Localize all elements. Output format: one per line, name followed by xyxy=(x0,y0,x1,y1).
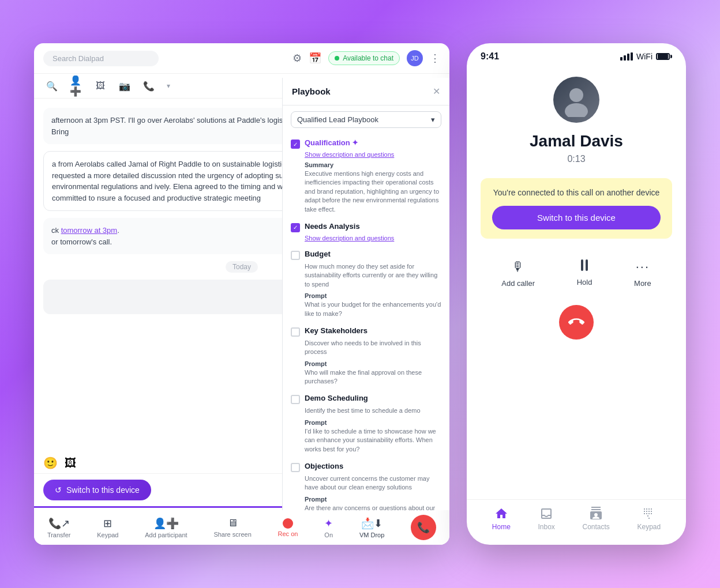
video-icon[interactable]: 📷 xyxy=(118,80,131,92)
mobile-status-bar: 9:41 WiFi xyxy=(467,43,686,65)
top-bar-right: ⚙ 📅 Available to chat JD ⋮ xyxy=(292,50,440,66)
attachment-icon[interactable]: 🖼 xyxy=(65,457,76,470)
chevron-down-icon[interactable]: ▾ xyxy=(167,82,170,90)
signal-bar-3 xyxy=(627,54,629,61)
playbook-panel: Playbook ✕ Qualified Lead Playbook ▾ ✓ Q… xyxy=(282,99,449,510)
end-call-icon xyxy=(568,314,584,330)
add-participant-icon: 👤➕ xyxy=(153,517,179,530)
home-icon xyxy=(494,507,508,521)
signal-bar-1 xyxy=(620,57,622,61)
checkbox-key-stakeholders[interactable] xyxy=(291,327,300,337)
top-bar: Search Dialpad ⚙ 📅 Available to chat JD … xyxy=(34,43,449,74)
vm-drop-icon: 📩⬇ xyxy=(361,517,382,530)
list-item: Key Stakeholders Discover who needs to b… xyxy=(291,326,441,386)
checkbox-qualification[interactable]: ✓ xyxy=(291,140,300,149)
select-chevron-icon: ▾ xyxy=(431,115,435,124)
vm-drop-button[interactable]: 📩⬇ VM Drop xyxy=(359,517,384,538)
playbook-select[interactable]: Qualified Lead Playbook ▾ xyxy=(291,111,441,128)
nav-inbox[interactable]: Inbox xyxy=(538,507,554,531)
demo-scheduling-prompt-label: Prompt xyxy=(305,419,441,426)
checkbox-needs-analysis[interactable]: ✓ xyxy=(291,223,300,232)
qualification-link[interactable]: Show description and questions xyxy=(305,151,441,158)
more-button[interactable]: ··· More xyxy=(634,259,651,288)
switch-to-this-device-button[interactable]: Switch to this device xyxy=(492,206,661,229)
nav-keypad[interactable]: Keypad xyxy=(637,507,661,531)
playbook-item-header: Demo Scheduling xyxy=(291,394,441,404)
svg-point-0 xyxy=(569,88,583,102)
qualification-title: Qualification ✦ xyxy=(305,138,358,147)
search-bar[interactable]: Search Dialpad xyxy=(43,51,159,66)
playbook-items: ✓ Qualification ✦ Show description and q… xyxy=(283,134,449,510)
calendar-icon[interactable]: 📅 xyxy=(309,52,321,65)
share-screen-button[interactable]: 🖥 Share screen xyxy=(213,517,251,538)
keypad-icon: ⊞ xyxy=(103,517,112,530)
call-actions: 🎙 Add caller Hold ··· More xyxy=(481,259,672,288)
avatar: JD xyxy=(407,50,423,66)
key-stakeholders-prompt-label: Prompt xyxy=(305,360,441,367)
mobile-time: 9:41 xyxy=(481,51,499,62)
ai-on-button[interactable]: ✦ On xyxy=(324,517,333,538)
avatar-image xyxy=(559,82,594,117)
add-caller-icon: 🎙 xyxy=(512,259,524,274)
inbox-icon xyxy=(539,507,553,521)
mobile-main: Jamal Davis 0:13 You're connected to thi… xyxy=(467,65,686,499)
share-screen-icon: 🖥 xyxy=(227,517,238,529)
switch-to-device-button[interactable]: ↺ Switch to this device xyxy=(43,480,151,500)
key-stakeholders-prompt-text: Who will make the final approval on thes… xyxy=(305,368,441,386)
list-item: ✓ Qualification ✦ Show description and q… xyxy=(291,138,441,214)
emoji-icon[interactable]: 🙂 xyxy=(43,456,58,470)
objections-description: Uncover current concerns the customer ma… xyxy=(305,474,441,492)
budget-title: Budget xyxy=(305,250,331,258)
checkbox-budget[interactable] xyxy=(291,251,300,260)
needs-analysis-title: Needs Analysis xyxy=(305,222,360,231)
transfer-button[interactable]: 📞↗ Transfer xyxy=(47,517,71,538)
phone-icon[interactable]: 📞 xyxy=(142,80,155,92)
caller-avatar xyxy=(553,77,599,123)
checkbox-demo-scheduling[interactable] xyxy=(291,395,300,404)
demo-scheduling-prompt-text: I'd like to schedule a time to showcase … xyxy=(305,427,441,454)
add-participant-button[interactable]: 👤➕ Add participant xyxy=(145,517,187,538)
chat-link[interactable]: tomorrow at 3pm xyxy=(61,226,118,235)
objections-prompt-text: Are there any concerns or questions abou… xyxy=(305,504,441,510)
playbook-item-header: ✓ Needs Analysis xyxy=(291,222,441,232)
demo-scheduling-title: Demo Scheduling xyxy=(305,394,368,402)
end-call-button[interactable]: 📞 xyxy=(411,515,436,540)
checkbox-objections[interactable] xyxy=(291,463,300,472)
end-call-button[interactable] xyxy=(559,305,594,340)
transfer-icon: 📞↗ xyxy=(48,517,70,530)
hold-label: Hold xyxy=(577,278,592,287)
playbook-item-header: Budget xyxy=(291,250,441,260)
playbook-item-header: Key Stakeholders xyxy=(291,326,441,337)
date-divider: Today xyxy=(226,261,258,273)
status-dot xyxy=(335,56,339,61)
list-item: Objections Uncover current concerns the … xyxy=(291,462,441,510)
budget-prompt-text: What is your budget for the enhancements… xyxy=(305,300,441,318)
list-item: Budget How much money do they set aside … xyxy=(291,250,441,318)
qualification-summary-text: Executive mentions high energy costs and… xyxy=(305,169,441,214)
nav-contacts[interactable]: Contacts xyxy=(582,507,609,531)
recording-dot xyxy=(283,518,293,529)
add-person-icon[interactable]: 👤➕ xyxy=(70,80,82,92)
settings-icon[interactable]: ⚙ xyxy=(292,52,302,65)
add-caller-button[interactable]: 🎙 Add caller xyxy=(501,259,535,288)
more-icon[interactable]: ⋮ xyxy=(430,52,440,65)
keypad-button[interactable]: ⊞ Keypad xyxy=(97,517,118,538)
objections-title: Objections xyxy=(305,462,343,470)
playbook-item-header: ✓ Qualification ✦ xyxy=(291,138,441,149)
desktop-app: Search Dialpad ⚙ 📅 Available to chat JD … xyxy=(34,43,449,545)
playbook-header: Playbook ✕ xyxy=(283,99,449,105)
nav-home[interactable]: Home xyxy=(492,507,511,531)
signal-bar-2 xyxy=(624,55,626,61)
search-icon[interactable]: 🔍 xyxy=(46,80,58,92)
hold-button[interactable]: Hold xyxy=(577,259,592,288)
key-stakeholders-description: Discover who needs to be involved in thi… xyxy=(305,339,441,357)
mobile-panel: 9:41 WiFi Jamal Dav xyxy=(467,43,686,545)
needs-analysis-link[interactable]: Show description and questions xyxy=(305,235,441,242)
image-icon[interactable]: 🖼 xyxy=(94,80,107,92)
list-item: Demo Scheduling Identify the best time t… xyxy=(291,394,441,454)
main-content: afternoon at 3pm PST. I'll go over Aerol… xyxy=(34,99,449,545)
caller-name: Jamal Davis xyxy=(530,132,623,150)
add-caller-label: Add caller xyxy=(501,279,535,288)
rec-on-button[interactable]: Rec on xyxy=(278,518,298,537)
signal-bar-4 xyxy=(631,52,633,61)
